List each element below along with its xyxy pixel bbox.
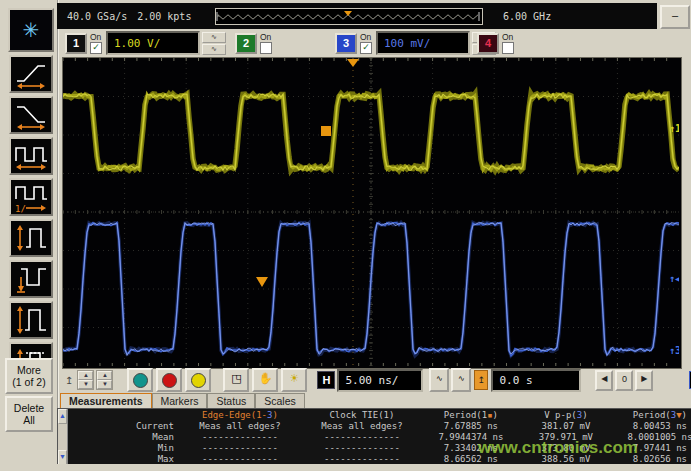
column-header[interactable]: Period(1▪) bbox=[422, 410, 520, 421]
horizontal-toolbar: ↥ ▲▼ ▲▼ ◳ ✋ ☀ H 5.00 ns/ ∿ ∿ ↥ 0.0 s ◀ 0… bbox=[57, 368, 691, 392]
column-header[interactable]: V p-p(3) bbox=[520, 410, 612, 421]
period-marker-ch1 bbox=[321, 126, 331, 136]
channel-bar: 1On✓1.00 V/∿∿2On3On✓100 mV/∿∿4On bbox=[57, 29, 691, 57]
wave-icon: ∿ bbox=[458, 374, 465, 383]
measurement-value: -------------- bbox=[302, 443, 422, 454]
panel-tabs: MeasurementsMarkersStatusScales bbox=[60, 393, 305, 408]
tab-markers[interactable]: Markers bbox=[152, 393, 208, 408]
page-flip-icon: ◳ bbox=[231, 372, 241, 384]
channel-4-on-checkbox[interactable] bbox=[502, 42, 514, 54]
channel-3-controls: 3On✓100 mV/∿∿ bbox=[335, 31, 496, 55]
scroll-down-icon[interactable]: ▼ bbox=[58, 450, 67, 465]
measurement-value: -------------- bbox=[178, 443, 302, 454]
channel-1-button[interactable]: 1 bbox=[65, 33, 87, 54]
table-row: CurrentMeas all edges?Meas all edges?7.6… bbox=[68, 421, 691, 432]
delete-all-button[interactable]: DeleteAll bbox=[5, 396, 53, 432]
measurement-value: 379.971 mV bbox=[520, 432, 612, 443]
measurement-value: 7.9944374 ns bbox=[422, 432, 520, 443]
channel-3-on-checkbox[interactable]: ✓ bbox=[360, 42, 372, 54]
pan-right-button[interactable]: ▶ bbox=[635, 370, 653, 391]
ch3-trigger-level-marker: ↑◀ bbox=[669, 273, 679, 284]
wave-small-icon: ∿ bbox=[436, 374, 443, 383]
sample-rate-label: 40.0 GSa/s bbox=[67, 11, 127, 22]
color-yellow-button[interactable] bbox=[185, 368, 211, 392]
pan-zero-button[interactable]: 0 bbox=[615, 370, 633, 391]
marker-b-spinner[interactable]: ▲▼ bbox=[96, 370, 113, 390]
scroll-up-icon[interactable]: ▲ bbox=[58, 409, 67, 424]
channel-1-on-checkbox[interactable]: ✓ bbox=[90, 42, 102, 54]
fall-time-icon bbox=[13, 99, 49, 131]
acquisition-preview-bar[interactable] bbox=[215, 8, 483, 25]
column-header[interactable]: Period(3▼) bbox=[612, 410, 691, 421]
v-pp-measure-button[interactable] bbox=[9, 301, 53, 339]
timebase-display[interactable]: 5.00 ns/ bbox=[337, 369, 423, 392]
spin-down-icon[interactable]: ▼ bbox=[78, 380, 93, 389]
marker-handle-icon[interactable]: ↥ bbox=[65, 375, 73, 386]
fall-time-measure-button[interactable] bbox=[9, 96, 53, 134]
period-measure-button[interactable] bbox=[9, 137, 53, 175]
v-pp-icon bbox=[13, 304, 49, 336]
time-reference-icon[interactable]: ↥ bbox=[474, 370, 488, 390]
period-marker-ch3 bbox=[256, 277, 268, 287]
channel-4-button[interactable]: 4 bbox=[477, 33, 499, 54]
brightness-button[interactable]: ☀ bbox=[281, 368, 307, 392]
bottom-strip bbox=[57, 464, 691, 471]
measurement-value: 7.97441 ns bbox=[612, 443, 691, 454]
spin-up-icon[interactable]: ▲ bbox=[78, 371, 93, 380]
channel-1-on-label: On bbox=[90, 33, 101, 42]
measurement-value: 373.80 mV bbox=[520, 443, 612, 454]
measurement-value: Meas all edges? bbox=[178, 421, 302, 432]
bandwidth-label: 6.00 GHz bbox=[503, 11, 551, 22]
measurements-table: Edge-Edge(1-3)Clock TIE(1)Period(1▪)V p-… bbox=[68, 409, 691, 465]
page-flip-button[interactable]: ◳ bbox=[223, 368, 249, 392]
amplitude-measure-button[interactable] bbox=[9, 219, 53, 257]
position-display[interactable]: 0.0 s bbox=[491, 369, 581, 392]
tab-status[interactable]: Status bbox=[207, 393, 255, 408]
marker-a-spinner[interactable]: ▲▼ bbox=[77, 370, 94, 390]
ch1-ground-marker: ↑1 bbox=[669, 123, 679, 134]
rise-time-measure-button[interactable] bbox=[9, 55, 53, 93]
color-red-button[interactable] bbox=[156, 368, 182, 392]
zoom-out-button[interactable]: ∿ bbox=[429, 368, 449, 392]
color-teal-button[interactable] bbox=[127, 368, 153, 392]
measurement-value: 381.07 mV bbox=[520, 421, 612, 432]
scope-graticule: ↑1↑◀↑3 bbox=[63, 58, 679, 366]
zoom-in-button[interactable]: ∿ bbox=[451, 368, 471, 392]
channel-2-button[interactable]: 2 bbox=[235, 33, 257, 54]
tab-scales[interactable]: Scales bbox=[255, 393, 305, 408]
spin-down-icon[interactable]: ▼ bbox=[97, 380, 112, 389]
column-header[interactable]: Edge-Edge(1-3) bbox=[178, 410, 302, 421]
measurements-scrollbar[interactable]: ▲ ▼ bbox=[58, 409, 68, 465]
channel-1-controls: 1On✓1.00 V/∿∿ bbox=[65, 31, 226, 55]
channel-1-setup-button[interactable]: ∿ bbox=[202, 32, 226, 43]
channel-2-on-checkbox[interactable] bbox=[260, 42, 272, 54]
infiniium-logo[interactable]: ✳ bbox=[8, 8, 54, 52]
measurement-value: Meas all edges? bbox=[302, 421, 422, 432]
channel-1-coupling-button[interactable]: ∿ bbox=[202, 44, 226, 55]
channel-3-button[interactable]: 3 bbox=[335, 33, 357, 54]
spin-up-icon[interactable]: ▲ bbox=[97, 371, 112, 380]
measurements-panel: ▲ ▼ Edge-Edge(1-3)Clock TIE(1)Period(1▪)… bbox=[57, 408, 691, 466]
sidebar: ✳ 1/ More(1 of 2) DeleteAll bbox=[0, 0, 59, 471]
minimize-button[interactable]: – bbox=[660, 5, 690, 29]
waveform-display[interactable]: ↑1↑◀↑3 bbox=[62, 57, 682, 369]
touch-button[interactable]: ✋ bbox=[252, 368, 278, 392]
frequency-measure-button[interactable]: 1/ bbox=[9, 178, 53, 216]
channel-3-on-label: On bbox=[360, 33, 371, 42]
channel-3-scale-display[interactable]: 100 mV/ bbox=[376, 31, 470, 55]
table-row: Mean----------------------------7.994437… bbox=[68, 432, 691, 443]
horizontal-badge: H bbox=[317, 371, 335, 389]
pan-left-button[interactable]: ◀ bbox=[595, 370, 613, 391]
measurement-value: 7.67885 ns bbox=[422, 421, 520, 432]
trigger-position-marker bbox=[347, 59, 359, 67]
more-button[interactable]: More(1 of 2) bbox=[5, 358, 53, 394]
preview-waveform bbox=[216, 10, 480, 23]
sun-icon: ☀ bbox=[289, 372, 299, 384]
table-row: Min----------------------------7.33402 n… bbox=[68, 443, 691, 454]
tab-measurements[interactable]: Measurements bbox=[60, 393, 152, 408]
column-header[interactable]: Clock TIE(1) bbox=[302, 410, 422, 421]
channel-1-scale-display[interactable]: 1.00 V/ bbox=[106, 31, 200, 55]
v-lower-measure-button[interactable] bbox=[9, 260, 53, 298]
memory-depth-label: 2.00 kpts bbox=[137, 11, 191, 22]
row-label: Min bbox=[68, 443, 178, 454]
